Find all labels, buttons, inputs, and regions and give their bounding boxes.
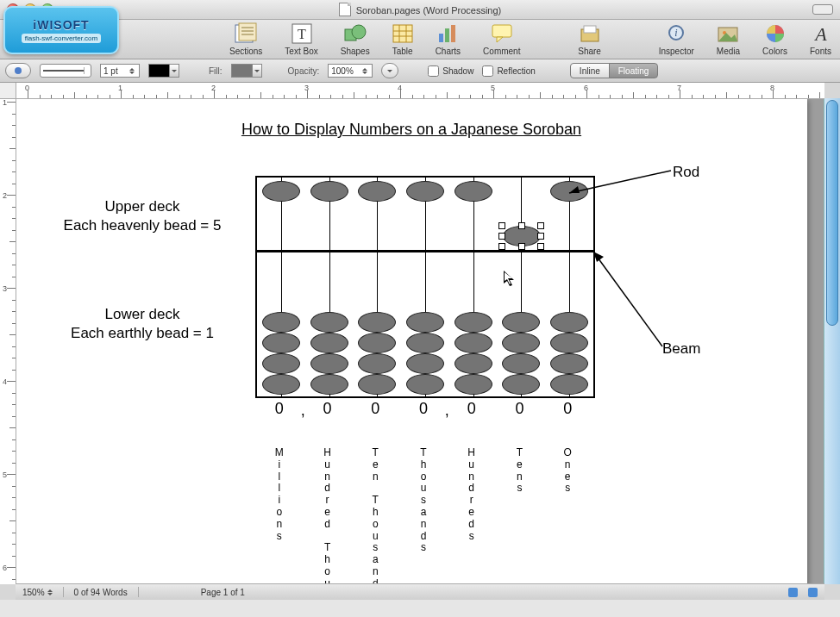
stepper-icon [129, 68, 136, 74]
style-picker-button[interactable] [5, 63, 31, 78]
stroke-width-input[interactable]: 1 pt [100, 64, 140, 78]
resize-handle[interactable] [518, 243, 525, 250]
word-count: 0 of 94 Words [74, 588, 128, 597]
share-button[interactable]: Share [578, 22, 602, 56]
charts-icon [437, 22, 458, 45]
table-icon [392, 22, 413, 45]
opacity-dropdown[interactable] [381, 63, 398, 78]
resize-handle[interactable] [537, 233, 544, 240]
upper-deck-label: Upper deckEach heavenly bead = 5 [43, 197, 241, 235]
share-icon [578, 22, 602, 45]
ruler-corner [0, 83, 16, 99]
charts-button[interactable]: Charts [436, 22, 461, 56]
colors-button[interactable]: Colors [762, 22, 787, 56]
digit: 0 [419, 400, 428, 418]
page-canvas[interactable]: How to Display Numbers on a Japanese Sor… [16, 98, 824, 584]
media-icon [718, 22, 738, 45]
svg-text:A: A [813, 23, 827, 44]
document-icon [339, 3, 351, 16]
svg-point-28 [15, 67, 22, 74]
scrollbar-thumb[interactable] [826, 100, 838, 326]
shadow-checkbox[interactable]: Shadow [428, 65, 473, 77]
horizontal-ruler[interactable]: 012345678 [16, 83, 824, 99]
status-bar: 150% 0 of 94 Words Page 1 of 1 [16, 583, 824, 600]
svg-rect-16 [451, 25, 455, 42]
rod-arrow [567, 169, 680, 203]
digit-separator: , [445, 402, 449, 420]
svg-rect-9 [393, 25, 412, 42]
resize-handle[interactable] [498, 222, 505, 229]
svg-rect-14 [439, 34, 443, 42]
shapes-button[interactable]: Shapes [341, 22, 370, 56]
wrap-inline-button[interactable]: Inline [570, 63, 610, 78]
page-indicator: Page 1 of 1 [201, 588, 245, 597]
svg-rect-17 [492, 25, 511, 37]
window-title: Soroban.pages (Word Processing) [356, 5, 502, 16]
fill-label: Fill: [209, 66, 223, 76]
place-value-label: Millions [275, 447, 284, 542]
document-area: 012345678 123456 How to Display Numbers … [0, 83, 840, 600]
watermark-name: iWISOFT [33, 18, 89, 32]
resize-handle[interactable] [498, 233, 505, 240]
comment-icon [492, 22, 512, 45]
navigator-prev-button[interactable] [788, 588, 798, 597]
digit: 0 [515, 400, 523, 418]
comment-button[interactable]: Comment [483, 22, 520, 56]
vertical-ruler[interactable]: 123456 [0, 98, 16, 584]
watermark-badge: iWISOFT flash-swf-converter.com [3, 6, 119, 54]
stroke-color-swatch[interactable] [148, 64, 179, 78]
resize-handle[interactable] [537, 222, 544, 229]
resize-handle[interactable] [537, 243, 544, 250]
resize-handle[interactable] [518, 222, 525, 229]
textbox-icon: T [291, 22, 312, 45]
reflection-checkbox[interactable]: Reflection [482, 65, 535, 77]
fonts-button[interactable]: A Fonts [810, 22, 831, 56]
svg-text:T: T [298, 27, 306, 41]
sections-button[interactable]: Sections [229, 22, 262, 56]
wrap-segmented-control: Inline Floating [570, 63, 658, 78]
window-titlebar: Soroban.pages (Word Processing) [0, 0, 840, 20]
svg-rect-1 [239, 23, 256, 41]
svg-line-31 [593, 252, 662, 346]
toolbar-toggle-button[interactable] [812, 4, 833, 15]
fill-color-swatch[interactable] [231, 64, 262, 78]
place-value-label: Ones [563, 447, 571, 495]
digit: 0 [563, 400, 572, 418]
lower-deck-label: Lower deckEach earthly bead = 1 [43, 305, 241, 343]
textbox-button[interactable]: T Text Box [285, 22, 317, 56]
svg-marker-32 [593, 252, 604, 262]
place-value-label: Ten Thousands [373, 447, 379, 584]
digit: 0 [371, 400, 379, 418]
format-bar: 1 pt Fill: Opacity: 100% Shadow Reflecti… [0, 59, 840, 83]
opacity-input[interactable]: 100% [328, 64, 373, 78]
place-value-label: Hundreds [467, 447, 475, 542]
svg-line-29 [569, 171, 671, 193]
table-button[interactable]: Table [392, 22, 413, 56]
digit: 0 [323, 400, 332, 418]
digit: 0 [467, 400, 476, 418]
vertical-scrollbar[interactable] [824, 98, 840, 584]
zoom-control[interactable]: 150% [22, 588, 53, 597]
svg-rect-15 [445, 28, 449, 42]
resize-handle[interactable] [498, 243, 505, 250]
svg-point-8 [352, 25, 366, 39]
svg-marker-30 [569, 186, 580, 193]
place-value-label: Thousands [420, 447, 426, 554]
wrap-floating-button[interactable]: Floating [609, 63, 659, 78]
opacity-label: Opacity: [288, 66, 320, 76]
colors-icon [766, 22, 785, 45]
fonts-icon: A [812, 22, 830, 45]
stepper-icon [47, 589, 53, 595]
media-button[interactable]: Media [717, 22, 740, 56]
main-toolbar: iWISOFT flash-swf-converter.com Sections… [0, 20, 840, 59]
place-value-label: Tens [517, 447, 523, 495]
digit: 0 [275, 400, 284, 418]
stepper-icon [362, 68, 369, 74]
page: How to Display Numbers on a Japanese Sor… [16, 98, 807, 584]
line-endpoints-picker[interactable] [40, 64, 91, 78]
svg-marker-18 [497, 37, 503, 42]
inspector-icon: i [667, 22, 686, 45]
svg-text:i: i [675, 27, 678, 39]
inspector-button[interactable]: i Inspector [659, 22, 694, 56]
navigator-next-button[interactable] [808, 588, 818, 597]
